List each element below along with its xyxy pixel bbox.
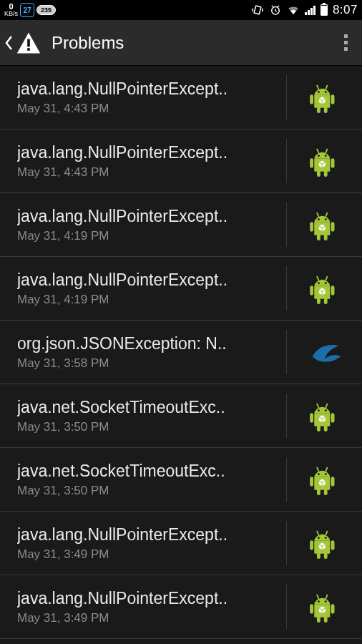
app-icon-wrap[interactable] — [286, 266, 362, 311]
list-item[interactable]: java.lang.NullPointerExcept..May 31, 4:1… — [0, 193, 362, 257]
app-icon-wrap[interactable] — [286, 139, 362, 183]
app-icon-wrap[interactable] — [286, 394, 362, 438]
error-title: org.json.JSONException: N.. — [17, 334, 282, 353]
error-title: java.net.SocketTimeoutExc.. — [17, 398, 282, 417]
error-title: java.lang.NullPointerExcept.. — [17, 270, 282, 290]
error-title: java.lang.NullPointerExcept.. — [17, 79, 282, 99]
page-title: Problems — [52, 33, 124, 53]
app-icon-wrap[interactable] — [286, 75, 362, 119]
android-icon — [305, 396, 344, 435]
svg-rect-3 — [27, 48, 30, 51]
list-item[interactable]: java.lang.NullPointerExcept..May 31, 3:4… — [0, 575, 362, 639]
error-timestamp: May 31, 4:43 PM — [17, 165, 282, 180]
vibrate-icon — [251, 4, 264, 16]
list-item[interactable]: java.lang.NullPointerExcept..May 31, 3:4… — [0, 512, 362, 575]
overflow-menu-button[interactable] — [335, 29, 356, 57]
list-item[interactable]: java.lang.NullPointerExcept..May 31, 4:1… — [0, 257, 362, 321]
error-title: java.lang.NullPointerExcept.. — [17, 207, 282, 226]
error-title: java.lang.NullPointerExcept.. — [17, 589, 282, 608]
android-icon — [305, 78, 344, 117]
list-item[interactable]: java.net.SocketTimeoutExc..May 31, 3:50 … — [0, 384, 362, 448]
error-title: java.lang.NullPointerExcept.. — [17, 143, 282, 162]
svg-rect-2 — [27, 39, 30, 47]
app-icon — [305, 333, 344, 371]
android-icon — [305, 587, 344, 626]
error-timestamp: May 31, 4:19 PM — [17, 293, 282, 307]
status-badge-1: 27 — [20, 3, 34, 17]
error-timestamp: May 31, 3:49 PM — [17, 547, 282, 562]
list-item[interactable]: java.lang.NullPointerExcept..May 31, 4:4… — [0, 130, 362, 193]
network-speed-indicator: 0 KB/s — [4, 3, 18, 17]
error-timestamp: May 31, 3:50 PM — [17, 420, 282, 434]
app-icon-wrap[interactable] — [286, 330, 362, 374]
android-icon — [305, 524, 344, 562]
error-timestamp: May 31, 3:58 PM — [17, 356, 282, 371]
android-icon — [305, 205, 344, 244]
battery-icon — [321, 4, 328, 16]
list-item[interactable]: org.json.JSONException: N..May 31, 3:58 … — [0, 321, 362, 384]
wifi-icon — [287, 4, 300, 16]
error-title: java.net.SocketTimeoutExc.. — [17, 462, 282, 481]
clock: 8:07 — [333, 3, 358, 17]
app-icon-wrap[interactable] — [286, 521, 362, 565]
error-timestamp: May 31, 4:19 PM — [17, 229, 282, 243]
error-timestamp: May 31, 3:49 PM — [17, 611, 282, 625]
alarm-icon — [269, 4, 282, 16]
back-button[interactable] — [3, 32, 14, 54]
app-icon-wrap[interactable] — [286, 585, 362, 629]
svg-rect-0 — [254, 6, 261, 14]
list-item[interactable]: java.net.SocketTimeoutExc..May 31, 3:50 … — [0, 448, 362, 512]
status-badge-2: 235 — [36, 5, 56, 15]
android-icon — [305, 142, 344, 180]
app-icon-wrap[interactable] — [286, 457, 362, 502]
error-timestamp: May 31, 4:43 PM — [17, 102, 282, 116]
action-bar: Problems — [0, 20, 362, 66]
error-title: java.lang.NullPointerExcept.. — [17, 525, 282, 545]
error-timestamp: May 31, 3:50 PM — [17, 484, 282, 498]
signal-icon — [305, 5, 315, 15]
status-bar: 0 KB/s 27 235 8:07 — [0, 0, 362, 20]
app-icon-wrap[interactable] — [286, 203, 362, 247]
android-icon — [305, 460, 344, 499]
list-item[interactable]: java.lang.NullPointerExcept..May 31, 4:4… — [0, 66, 362, 130]
warning-icon[interactable] — [16, 30, 41, 56]
problems-list: java.lang.NullPointerExcept..May 31, 4:4… — [0, 66, 362, 639]
android-icon — [305, 269, 344, 308]
